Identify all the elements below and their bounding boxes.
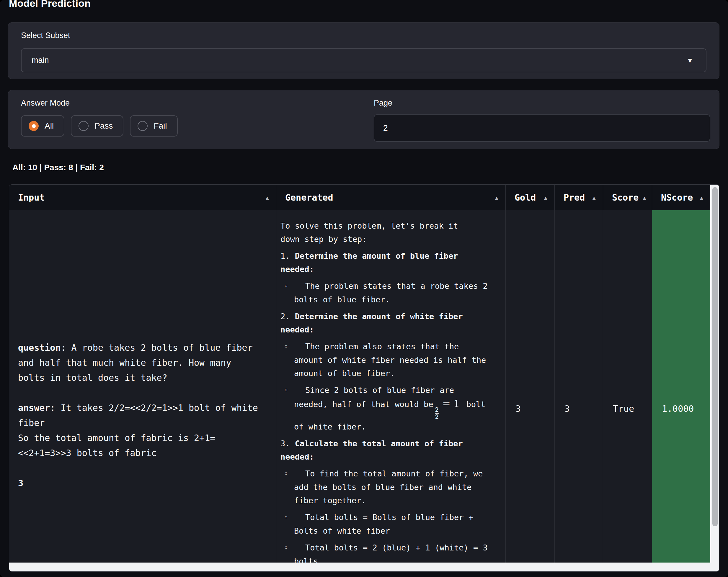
radio-all-label: All [45, 121, 54, 131]
radio-unselected-icon [137, 121, 148, 131]
column-header-input[interactable]: Input ▲ [9, 185, 276, 210]
generated-bullet: ◦Total bolts = 2 (blue) + 1 (white) = 3 … [281, 541, 500, 562]
result-summary: All: 10 | Pass: 8 | Fail: 2 [12, 163, 104, 172]
sort-ascending-icon: ▲ [262, 194, 269, 201]
cell-pred: 3 [555, 210, 603, 562]
radio-selected-icon [29, 121, 39, 131]
column-header-pred[interactable]: Pred ▲ [555, 185, 603, 210]
generated-bullet: ◦To find the total amount of fiber, we a… [281, 467, 500, 507]
math-fraction: 22 [435, 407, 439, 420]
column-header-gold[interactable]: Gold ▲ [506, 185, 555, 210]
subset-label: Select Subset [21, 31, 70, 40]
generated-bullet: ◦The problem states that a robe takes 2 … [281, 279, 500, 306]
page-title: Model Prediction [9, 0, 90, 9]
radio-unselected-icon [79, 121, 88, 131]
page-label: Page [374, 99, 392, 108]
generated-bullet: ◦The problem also states that the amount… [281, 340, 500, 380]
cell-generated: To solve this problem, let's break it do… [276, 210, 506, 562]
bullet-icon: ◦ [284, 280, 305, 293]
sort-ascending-icon: ▲ [639, 194, 646, 201]
vertical-scrollbar-thumb[interactable] [712, 187, 718, 526]
bullet-icon: ◦ [284, 467, 305, 480]
prediction-table: Input ▲ Generated ▲ Gold ▲ Pred ▲ Score … [9, 184, 720, 572]
radio-fail-label: Fail [154, 121, 167, 131]
generated-step-title: 2. Determine the amount of white fiber n… [281, 310, 500, 336]
generated-step-title: 1. Determine the amount of blue fiber ne… [281, 249, 500, 276]
generated-step-title: 3. Calculate the total amount of fiber n… [281, 437, 500, 463]
answer-mode-label: Answer Mode [21, 99, 70, 108]
column-header-nscore[interactable]: NScore ▲ [652, 185, 710, 210]
answer-mode-radiogroup: All Pass Fail [21, 115, 178, 137]
generated-intro: To solve this problem, let's break it do… [281, 219, 500, 246]
vertical-scrollbar[interactable] [710, 185, 720, 562]
sort-ascending-icon: ▲ [696, 194, 703, 201]
horizontal-scrollbar[interactable] [9, 562, 720, 572]
bullet-icon: ◦ [284, 340, 305, 353]
sort-ascending-icon: ▲ [491, 194, 498, 201]
input-text: question: A robe takes 2 bolts of blue f… [18, 340, 270, 491]
cell-nscore: 1.0000 [652, 210, 710, 562]
column-header-generated[interactable]: Generated ▲ [276, 185, 506, 210]
sort-ascending-icon: ▲ [588, 194, 596, 201]
subset-panel: Select Subset main ▼ [8, 22, 720, 79]
bullet-icon: ◦ [284, 541, 305, 555]
cell-input: question: A robe takes 2 bolts of blue f… [9, 210, 276, 562]
page-input[interactable] [374, 114, 710, 142]
input-final-answer: 3 [18, 478, 23, 488]
radio-all[interactable]: All [21, 115, 64, 137]
generated-bullet: ◦Total bolts = Bolts of blue fiber + Bol… [281, 511, 500, 538]
generated-bullet-with-math: ◦Since 2 bolts of blue fiber are needed,… [281, 384, 500, 433]
radio-pass-label: Pass [95, 121, 113, 131]
app-root: Model Prediction Select Subset main ▼ An… [0, 0, 728, 577]
chevron-down-icon: ▼ [686, 57, 694, 64]
bullet-icon: ◦ [284, 384, 305, 397]
cell-score: True [603, 210, 652, 562]
subset-select[interactable]: main ▼ [21, 48, 706, 72]
subset-selected-value: main [32, 56, 49, 65]
column-header-score[interactable]: Score ▲ [603, 185, 652, 210]
bullet-icon: ◦ [284, 511, 305, 524]
math-equals-one: = 1 [442, 398, 460, 409]
radio-fail[interactable]: Fail [130, 115, 177, 137]
controls-panel: Answer Mode All Pass Fail Page [8, 90, 720, 149]
sort-ascending-icon: ▲ [540, 194, 547, 201]
cell-gold: 3 [506, 210, 555, 562]
radio-pass[interactable]: Pass [71, 115, 123, 137]
